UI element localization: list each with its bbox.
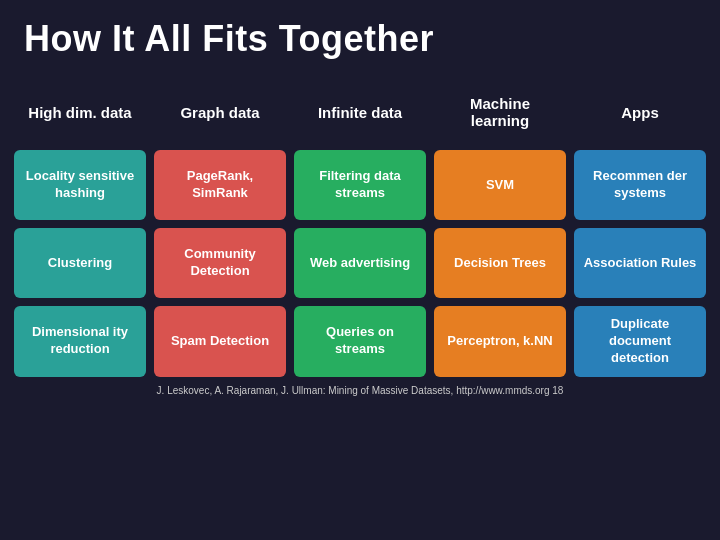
cell-4-1: Association Rules [574, 228, 706, 298]
cell-2-1: Web advertising [294, 228, 426, 298]
cell-2-0: Filtering data streams [294, 150, 426, 220]
cell-0-1: Clustering [14, 228, 146, 298]
cell-3-2: Perceptron, k.NN [434, 306, 566, 377]
cell-4-0: Recommen der systems [574, 150, 706, 220]
header: How It All Fits Together [0, 0, 720, 74]
cell-3-1: Decision Trees [434, 228, 566, 298]
main-grid: High dim. data Graph data Infinite data … [0, 74, 720, 381]
cell-1-2: Spam Detection [154, 306, 286, 377]
col-header-3: Machine learning [434, 82, 566, 142]
col-header-2: Infinite data [294, 82, 426, 142]
cell-1-1: Community Detection [154, 228, 286, 298]
cell-4-2: Duplicate document detection [574, 306, 706, 377]
cell-2-2: Queries on streams [294, 306, 426, 377]
col-header-4: Apps [574, 82, 706, 142]
col-header-1: Graph data [154, 82, 286, 142]
col-header-0: High dim. data [14, 82, 146, 142]
footer-text: J. Leskovec, A. Rajaraman, J. Ullman: Mi… [0, 383, 720, 398]
page-title: How It All Fits Together [24, 18, 696, 60]
cell-1-0: PageRank, SimRank [154, 150, 286, 220]
cell-0-2: Dimensional ity reduction [14, 306, 146, 377]
cell-0-0: Locality sensitive hashing [14, 150, 146, 220]
cell-3-0: SVM [434, 150, 566, 220]
